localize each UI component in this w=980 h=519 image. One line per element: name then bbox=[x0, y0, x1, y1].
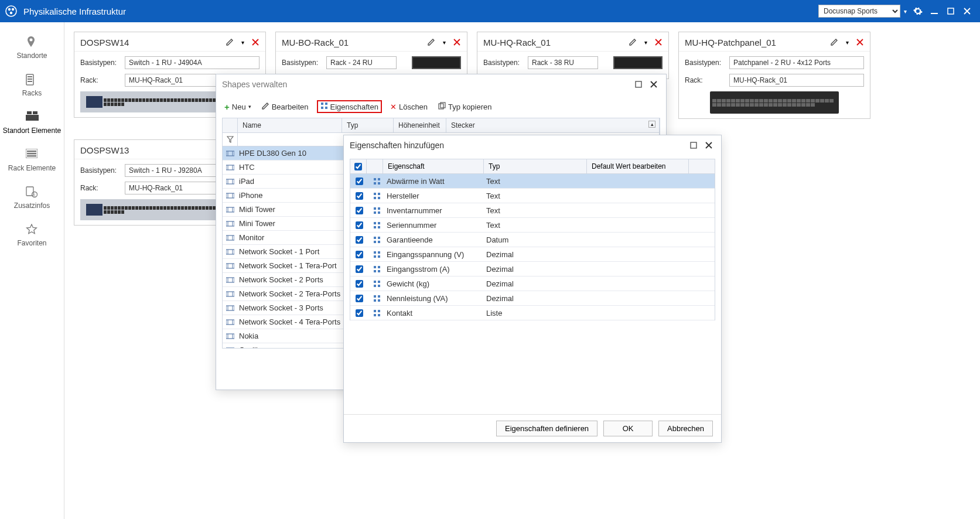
col-eigenschaft[interactable]: Eigenschaft bbox=[383, 159, 484, 173]
svg-rect-97 bbox=[374, 266, 376, 268]
ok-button[interactable]: OK bbox=[603, 421, 653, 436]
close-icon[interactable] bbox=[647, 78, 660, 91]
close-button[interactable] bbox=[959, 4, 975, 19]
edit-icon[interactable] bbox=[829, 37, 839, 47]
svg-rect-54 bbox=[226, 278, 234, 282]
panel-title: MU-BO-Rack_01 bbox=[282, 37, 424, 47]
property-row[interactable]: Eingangsspannung (V)Dezimal bbox=[350, 247, 715, 262]
property-checkbox[interactable] bbox=[350, 221, 368, 229]
grid-header: Name Typ Höheneinheit Stecker▴ bbox=[223, 118, 660, 133]
svg-rect-17 bbox=[26, 187, 33, 196]
property-checkbox[interactable] bbox=[350, 265, 368, 273]
dialog-eigenschaften-hinzufuegen: Eigenschaften hinzufügen Eigenschaft Typ… bbox=[343, 135, 722, 443]
property-row[interactable]: HerstellerText bbox=[350, 189, 715, 203]
toolbar-bearbeiten[interactable]: Bearbeiten bbox=[259, 101, 311, 112]
dialog-toolbar: +Neu▾ Bearbeiten Eigenschaften ✕Löschen … bbox=[216, 94, 666, 118]
svg-rect-66 bbox=[226, 334, 234, 339]
close-icon[interactable] bbox=[452, 37, 462, 47]
cancel-button[interactable]: Abbrechen bbox=[658, 421, 713, 436]
svg-rect-22 bbox=[325, 103, 327, 105]
panel-mu-hq-rack01: MU-HQ-Rack_01 ▾ Basistypen: Rack - 38 RU bbox=[477, 32, 669, 79]
company-select[interactable]: Docusnap Sports bbox=[818, 5, 900, 18]
field-basistypen[interactable]: Patchpanel - 2 RU - 4x12 Ports bbox=[729, 56, 864, 69]
nav-rack-elemente[interactable]: Rack Elemente bbox=[0, 143, 64, 180]
property-checkbox[interactable] bbox=[350, 309, 368, 317]
property-row[interactable]: Abwärme in WattText bbox=[350, 174, 715, 189]
nav-label: Zusatzinfos bbox=[14, 202, 50, 210]
property-row[interactable]: Eingangsstrom (A)Dezimal bbox=[350, 262, 715, 276]
maximize-icon[interactable] bbox=[632, 78, 645, 91]
property-type: Dezimal bbox=[486, 294, 589, 303]
label-rack: Rack: bbox=[80, 76, 125, 84]
maximize-button[interactable] bbox=[943, 4, 959, 19]
dialog-header[interactable]: Eigenschaften hinzufügen bbox=[344, 135, 721, 155]
toolbar-neu[interactable]: +Neu▾ bbox=[222, 101, 254, 113]
dialog-header[interactable]: Shapes verwalten bbox=[216, 74, 666, 94]
nav-standorte[interactable]: Standorte bbox=[0, 30, 64, 68]
edit-icon[interactable] bbox=[627, 37, 638, 47]
close-icon[interactable] bbox=[855, 37, 865, 47]
field-basistypen[interactable]: Rack - 24 RU bbox=[326, 56, 397, 69]
toolbar-typ-kopieren[interactable]: Typ kopieren bbox=[436, 101, 494, 112]
svg-rect-90 bbox=[378, 237, 380, 239]
property-checkbox[interactable] bbox=[350, 177, 368, 185]
col-default[interactable]: Default Wert bearbeiten bbox=[587, 159, 689, 173]
col-name[interactable]: Name bbox=[238, 118, 342, 132]
shape-icon bbox=[223, 347, 238, 349]
sort-icon[interactable]: ▴ bbox=[648, 121, 655, 128]
field-basistypen[interactable]: Rack - 38 RU bbox=[528, 56, 598, 69]
nav-racks[interactable]: Racks bbox=[0, 68, 64, 105]
col-hoehe[interactable]: Höheneinheit bbox=[394, 118, 446, 132]
nav-favoriten[interactable]: Favoriten bbox=[0, 218, 64, 255]
edit-icon[interactable] bbox=[224, 37, 235, 47]
property-checkbox[interactable] bbox=[350, 192, 368, 200]
property-type: Text bbox=[486, 206, 589, 215]
chevron-down-icon[interactable]: ▾ bbox=[842, 37, 852, 47]
shape-icon bbox=[223, 333, 238, 340]
select-all-checkbox[interactable] bbox=[350, 159, 367, 173]
col-typ[interactable]: Typ bbox=[342, 118, 394, 132]
nav-standort-elemente[interactable]: Standort Elemente bbox=[0, 105, 64, 143]
col-stecker[interactable]: Stecker▴ bbox=[446, 118, 660, 132]
property-row[interactable]: GarantieendeDatum bbox=[350, 233, 715, 247]
property-icon bbox=[368, 192, 385, 200]
chevron-down-icon[interactable]: ▾ bbox=[439, 37, 449, 47]
toolbar-eigenschaften[interactable]: Eigenschaften bbox=[317, 100, 382, 113]
property-checkbox[interactable] bbox=[350, 236, 368, 244]
close-icon[interactable] bbox=[653, 37, 664, 47]
svg-rect-4 bbox=[931, 13, 938, 14]
nav-zusatzinfos[interactable]: i Zusatzinfos bbox=[0, 180, 64, 218]
property-checkbox[interactable] bbox=[350, 251, 368, 258]
shape-icon bbox=[223, 305, 238, 312]
svg-rect-88 bbox=[378, 226, 380, 228]
close-icon[interactable] bbox=[702, 139, 715, 152]
minimize-button[interactable] bbox=[926, 4, 943, 19]
property-checkbox[interactable] bbox=[350, 295, 368, 302]
property-checkbox[interactable] bbox=[350, 280, 368, 288]
shape-icon bbox=[223, 262, 238, 269]
property-row[interactable]: Nennleistung (VA)Dezimal bbox=[350, 291, 715, 306]
chevron-down-icon[interactable]: ▾ bbox=[640, 37, 651, 47]
props-grid-body: Abwärme in WattTextHerstellerTextInventa… bbox=[350, 174, 715, 320]
chevron-down-icon[interactable]: ▾ bbox=[237, 37, 248, 47]
field-basistypen[interactable]: Switch - 1 RU - J4904A bbox=[125, 56, 259, 69]
toolbar-loeschen[interactable]: ✕Löschen bbox=[388, 101, 430, 112]
label-basistypen: Basistypen: bbox=[685, 59, 729, 67]
field-rack[interactable]: MU-HQ-Rack_01 bbox=[729, 74, 864, 87]
property-row[interactable]: KontaktListe bbox=[350, 306, 715, 320]
property-row[interactable]: InventarnummerText bbox=[350, 203, 715, 218]
define-properties-button[interactable]: Eigenschaften definieren bbox=[496, 421, 597, 436]
maximize-icon[interactable] bbox=[687, 139, 700, 152]
company-select-dropdown[interactable]: ▾ bbox=[900, 8, 910, 15]
property-type: Dezimal bbox=[486, 279, 589, 288]
property-checkbox[interactable] bbox=[350, 207, 368, 214]
property-row[interactable]: Gewicht (kg)Dezimal bbox=[350, 276, 715, 291]
property-row[interactable]: SeriennummerText bbox=[350, 218, 715, 233]
close-icon[interactable] bbox=[250, 37, 261, 47]
filter-icon[interactable] bbox=[223, 133, 238, 146]
svg-rect-87 bbox=[374, 226, 376, 228]
settings-icon[interactable] bbox=[910, 4, 926, 19]
property-type: Text bbox=[486, 177, 589, 186]
col-typ[interactable]: Typ bbox=[484, 159, 587, 173]
edit-icon[interactable] bbox=[426, 37, 436, 47]
